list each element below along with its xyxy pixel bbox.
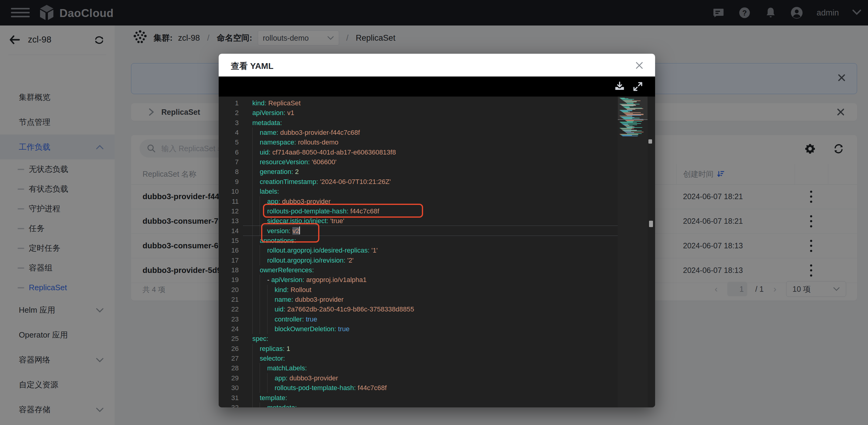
line-number: 7 (219, 157, 239, 167)
line-number: 2 (219, 108, 239, 118)
modal-title: 查看 YAML (231, 60, 274, 72)
line-number: 32 (219, 402, 239, 407)
yaml-code-line: uid: 2a7662db-2a50-41c9-b86c-3758338d885… (252, 304, 414, 314)
line-number: 5 (219, 137, 239, 147)
yaml-code-line: namespace: rollouts-demo (252, 137, 338, 147)
line-number: 10 (219, 187, 239, 196)
line-number: 26 (219, 344, 239, 353)
fullscreen-expand-icon[interactable] (631, 80, 644, 93)
line-number: 18 (219, 265, 239, 275)
line-number: 3 (219, 118, 239, 128)
line-number: 11 (219, 196, 239, 206)
yaml-code-line: blockOwnerDeletion: true (252, 324, 349, 334)
yaml-code-line: rollout.argoproj.io/desired-replicas: '1… (252, 245, 378, 255)
scrollbar-mark[interactable] (648, 139, 652, 144)
yaml-code-line: kind: Rollout (252, 285, 311, 295)
yaml-code-line: name: dubbo3-provider (252, 294, 344, 305)
yaml-code-line: resourceVersion: '606600' (252, 157, 337, 167)
line-number: 4 (219, 128, 239, 138)
line-number: 22 (219, 304, 239, 314)
line-number: 15 (219, 235, 239, 246)
highlight-box-version (261, 223, 319, 243)
line-number: 19 (219, 275, 239, 285)
yaml-code-line: template: (252, 393, 287, 403)
page: DaoCloud ? admin zcl- (0, 0, 868, 425)
yaml-code-line: replicas: 1 (252, 344, 290, 353)
line-number: 9 (219, 177, 239, 187)
minimap-slider[interactable] (618, 96, 648, 120)
yaml-code-line: creationTimestamp: '2024-06-07T10:21:26Z… (252, 177, 391, 187)
yaml-code-line: generation: 2 (252, 167, 299, 177)
editor-minimap[interactable] (618, 96, 648, 407)
yaml-code-line: spec: (252, 334, 269, 344)
yaml-code-line: apiVersion: v1 (252, 108, 294, 118)
modal-header: 查看 YAML (219, 54, 655, 77)
scrollbar-slider[interactable] (649, 221, 653, 227)
line-number: 1 (219, 98, 239, 108)
yaml-code-line: - apiVersion: argoproj.io/v1alpha1 (252, 275, 367, 285)
yaml-code-line: metadata: (252, 118, 282, 128)
line-number: 21 (219, 294, 239, 305)
yaml-code-line: selector: (252, 353, 285, 363)
yaml-code-line: uid: cf714aa6-8050-401d-ab17-e606360813f… (252, 147, 396, 157)
editor-toolbar (219, 77, 655, 96)
yaml-code-line: ownerReferences: (252, 265, 314, 275)
download-yaml-icon[interactable] (613, 80, 626, 93)
modal-close-icon[interactable] (635, 61, 644, 70)
line-number: 20 (219, 285, 239, 295)
highlight-box-rollouts-pod-template-hash (263, 204, 423, 218)
line-number: 28 (219, 363, 239, 373)
line-number: 30 (219, 383, 239, 393)
yaml-code-line: app: dubbo3-provider (252, 373, 338, 383)
line-number: 23 (219, 314, 239, 324)
line-number: 13 (219, 216, 239, 226)
line-number: 8 (219, 167, 239, 177)
yaml-code-line: controller: true (252, 314, 317, 324)
yaml-code-line: rollout.argoproj.io/revision: '2' (252, 255, 353, 265)
yaml-code-line: labels: (252, 187, 279, 196)
line-number: 16 (219, 245, 239, 255)
line-number: 6 (219, 147, 239, 157)
line-number: 24 (219, 324, 239, 334)
line-number: 25 (219, 334, 239, 344)
yaml-code-line: kind: ReplicaSet (252, 98, 301, 108)
yaml-code-line: name: dubbo3-provider-f44c7c68f (252, 128, 360, 138)
line-number: 29 (219, 373, 239, 383)
yaml-code-line: matchLabels: (252, 363, 307, 373)
line-number: 14 (219, 226, 239, 236)
yaml-viewer-modal: 查看 YAML 1kind: ReplicaSet2apiVersion: v1… (219, 54, 655, 407)
line-number: 27 (219, 353, 239, 363)
line-number: 31 (219, 393, 239, 403)
line-number: 17 (219, 255, 239, 265)
yaml-code-line: rollouts-pod-template-hash: f44c7c68f (252, 383, 387, 393)
yaml-code-line: metadata: (252, 402, 297, 407)
yaml-code-editor[interactable]: 1kind: ReplicaSet2apiVersion: v13metadat… (219, 96, 655, 407)
line-number: 12 (219, 206, 239, 216)
